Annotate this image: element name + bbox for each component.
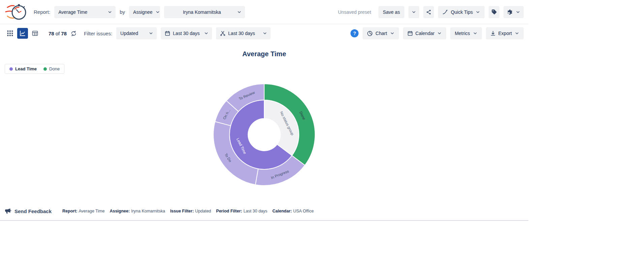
by-label: by bbox=[120, 9, 125, 15]
calendar-icon bbox=[165, 31, 170, 36]
table-icon bbox=[32, 30, 38, 36]
header-actions: Unsaved preset Save as bbox=[338, 6, 524, 18]
header: Report: Average Time by Assignee Iryna K… bbox=[0, 0, 528, 24]
save-as-label: Save as bbox=[383, 9, 400, 15]
chevron-down-icon bbox=[237, 10, 242, 14]
help-button[interactable]: ? bbox=[350, 29, 359, 37]
summary-report: Report:Average Time bbox=[62, 209, 104, 213]
help-label: ? bbox=[353, 31, 356, 36]
chevron-down-icon bbox=[155, 10, 160, 14]
chevron-down-icon bbox=[515, 31, 519, 36]
summary-label: Period Filter: bbox=[216, 209, 242, 213]
table-view-button[interactable] bbox=[30, 28, 40, 39]
summary-label: Assignee: bbox=[110, 209, 130, 213]
grid-icon bbox=[7, 30, 13, 36]
chevron-down-icon bbox=[204, 31, 209, 36]
toolbar-actions: ? Chart Calendar bbox=[350, 27, 524, 39]
summary-value: Updated bbox=[195, 209, 211, 213]
assignee-value: Iryna Komarnitska bbox=[183, 9, 221, 15]
app-logo[interactable] bbox=[5, 3, 27, 21]
chart-view-button[interactable] bbox=[17, 28, 28, 39]
issue-count-of: of bbox=[56, 31, 60, 36]
summary-calendar: Calendar:USA Office bbox=[272, 209, 314, 213]
issue-filter-select[interactable]: Updated bbox=[116, 27, 157, 39]
chevron-down-icon bbox=[263, 31, 267, 36]
summary-value: Last 30 days bbox=[243, 209, 267, 213]
summary-value: Average Time bbox=[79, 209, 105, 213]
line-chart-icon bbox=[20, 30, 26, 36]
chevron-down-icon bbox=[437, 31, 442, 36]
settings-button[interactable] bbox=[503, 6, 524, 18]
summary-issue-filter: Issue Filter:Updated bbox=[170, 209, 211, 213]
crossed-tools-icon bbox=[220, 31, 225, 36]
metrics-button[interactable]: Metrics bbox=[450, 27, 482, 39]
metrics-label: Metrics bbox=[455, 31, 470, 36]
tag-button[interactable] bbox=[489, 6, 499, 18]
report-type-value: Average Time bbox=[58, 9, 87, 15]
legend-label: Lead Time bbox=[15, 66, 37, 71]
summary-value: Iryna Komarnitska bbox=[131, 209, 165, 213]
download-icon bbox=[490, 31, 496, 36]
legend-label: Done bbox=[49, 66, 60, 71]
grid-view-button[interactable] bbox=[5, 28, 16, 39]
app-container: Report: Average Time by Assignee Iryna K… bbox=[0, 0, 528, 221]
chart-type-button[interactable]: Chart bbox=[363, 27, 399, 39]
toolbar: 78 of 78 Filter issues: Updated Last 30 … bbox=[0, 24, 528, 42]
legend-dot bbox=[43, 67, 47, 71]
working-time-filter-value: Last 30 days bbox=[228, 31, 260, 36]
save-as-button[interactable]: Save as bbox=[378, 6, 404, 18]
chevron-down-icon bbox=[476, 10, 480, 14]
view-mode-switcher bbox=[5, 28, 40, 39]
legend-item-done[interactable]: Done bbox=[43, 66, 60, 71]
sunburst-chart: No status groupLead TimeDoneIn ProgressT… bbox=[209, 79, 320, 190]
chevron-down-icon bbox=[390, 31, 395, 36]
period-filter-value: Last 30 days bbox=[173, 31, 201, 36]
preset-menu-button[interactable] bbox=[408, 6, 419, 18]
report-label: Report: bbox=[34, 9, 50, 15]
summary-period-filter: Period Filter:Last 30 days bbox=[216, 209, 267, 213]
report-type-select[interactable]: Average Time bbox=[54, 6, 116, 18]
filter-issues-label: Filter issues: bbox=[84, 31, 112, 36]
group-by-value: Assignee bbox=[133, 9, 153, 15]
summary-label: Calendar: bbox=[272, 209, 292, 213]
period-filter-select[interactable]: Last 30 days bbox=[161, 27, 212, 39]
summary-assignee: Assignee:Iryna Komarnitska bbox=[110, 209, 165, 213]
chevron-down-icon bbox=[108, 10, 112, 14]
calendar-icon bbox=[407, 31, 413, 36]
legend-dot bbox=[9, 67, 13, 71]
calendar-button[interactable]: Calendar bbox=[403, 27, 447, 39]
megaphone-icon bbox=[5, 208, 11, 214]
export-label: Export bbox=[498, 31, 512, 36]
report-summary: Report:Average Time Assignee:Iryna Komar… bbox=[62, 209, 314, 213]
footer: Send Feedback Report:Average Time Assign… bbox=[0, 202, 528, 221]
assignee-select[interactable]: Iryna Komarnitska bbox=[164, 6, 245, 18]
chart-legend: Lead Time Done bbox=[5, 64, 64, 74]
send-feedback-button[interactable]: Send Feedback bbox=[5, 208, 52, 214]
summary-value: USA Office bbox=[293, 209, 314, 213]
issue-count-total: 78 bbox=[61, 31, 67, 36]
refresh-button[interactable] bbox=[71, 31, 76, 36]
summary-label: Report: bbox=[62, 209, 77, 213]
pie-chart-icon bbox=[367, 31, 373, 36]
group-by-select[interactable]: Assignee bbox=[129, 6, 160, 18]
issue-count-current: 78 bbox=[49, 31, 54, 36]
issue-filter-value: Updated bbox=[120, 31, 138, 36]
chart-type-label: Chart bbox=[375, 31, 387, 36]
share-icon bbox=[426, 9, 431, 15]
chart-title: Average Time bbox=[0, 42, 528, 59]
quick-tips-icon bbox=[442, 9, 448, 15]
chevron-down-icon bbox=[473, 31, 478, 36]
chevron-down-icon bbox=[411, 10, 416, 14]
issue-count: 78 of 78 bbox=[49, 31, 67, 36]
export-button[interactable]: Export bbox=[486, 27, 524, 39]
calendar-label: Calendar bbox=[416, 31, 435, 36]
gear-icon bbox=[507, 9, 513, 15]
legend-item-lead-time[interactable]: Lead Time bbox=[9, 66, 37, 71]
chevron-down-icon bbox=[516, 10, 520, 14]
tag-icon bbox=[491, 9, 497, 15]
share-button[interactable] bbox=[423, 6, 434, 18]
stopwatch-logo-icon bbox=[5, 3, 27, 21]
summary-label: Issue Filter: bbox=[170, 209, 194, 213]
working-time-filter-select[interactable]: Last 30 days bbox=[216, 27, 271, 39]
quick-tips-button[interactable]: Quick Tips bbox=[438, 6, 485, 18]
